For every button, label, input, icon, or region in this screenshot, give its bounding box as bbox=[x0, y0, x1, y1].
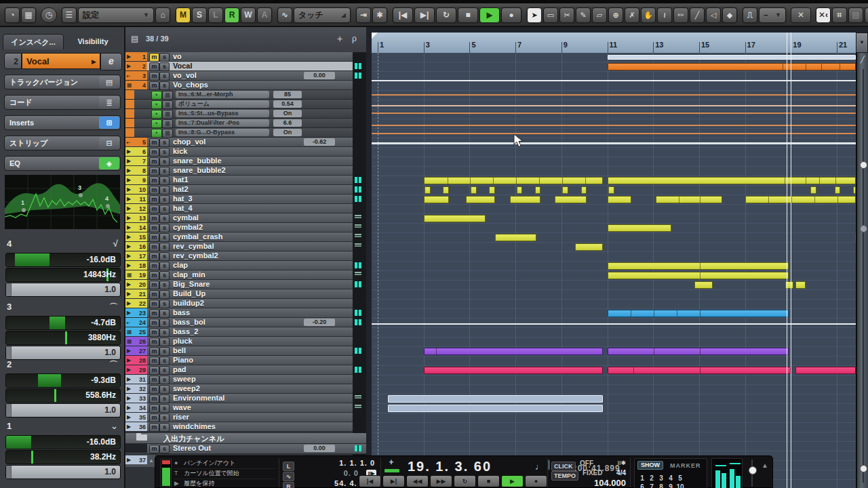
mute-button[interactable]: m bbox=[149, 347, 159, 356]
mute-button[interactable]: m bbox=[149, 423, 159, 432]
solo-button[interactable]: s bbox=[159, 176, 170, 185]
track-row-kick[interactable]: ▶6mskick bbox=[125, 147, 366, 157]
chords-icon[interactable]: ≣ bbox=[99, 96, 119, 108]
solo-button[interactable]: s bbox=[159, 319, 170, 327]
color-tool[interactable]: ◆ bbox=[722, 7, 737, 23]
track-row-37[interactable]: ▶37 ▲ bbox=[125, 455, 155, 467]
event-display[interactable] bbox=[372, 53, 856, 488]
mute-button[interactable]: m bbox=[149, 53, 159, 62]
vertical-zoom-knob[interactable] bbox=[860, 161, 867, 169]
track-value[interactable]: 0.00 bbox=[304, 445, 335, 452]
zoom-preset-icon[interactable]: ╱ bbox=[861, 56, 865, 63]
track-row-bass-bol[interactable]: ▸▫24msbass_bol-0.20 bbox=[125, 318, 366, 327]
mute-button[interactable]: m bbox=[149, 233, 159, 242]
automation-m-button[interactable]: M bbox=[176, 7, 191, 23]
track-row-snare-bubble[interactable]: ▶7mssnare_bubble bbox=[125, 157, 366, 166]
track-row-buildup2[interactable]: ▶22msbuildup2 bbox=[125, 299, 366, 308]
mute-button[interactable]: m bbox=[149, 214, 159, 223]
track-row-hat-3[interactable]: ▶11mshat_3 bbox=[125, 195, 366, 204]
goto-end-button[interactable]: ▶| bbox=[382, 475, 405, 487]
eq-band-2-freq[interactable]: 558.6Hz bbox=[5, 388, 121, 403]
lane-value[interactable]: 0.54 bbox=[273, 100, 302, 108]
mute-button[interactable]: m bbox=[149, 357, 159, 365]
track-row-vo[interactable]: ▶1msvo bbox=[125, 52, 366, 62]
inserts-icon[interactable]: ⊞ bbox=[99, 117, 119, 129]
tab-visibility[interactable]: Visibility bbox=[64, 34, 122, 49]
mute-button[interactable]: m bbox=[149, 271, 159, 280]
section-versions[interactable]: トラックバージョン▤ bbox=[4, 75, 121, 89]
mute-button[interactable]: m bbox=[149, 338, 159, 346]
solo-button[interactable]: s bbox=[159, 62, 170, 71]
event-pink[interactable] bbox=[608, 367, 791, 374]
solo-button[interactable]: s bbox=[159, 53, 170, 62]
mute-button[interactable]: m bbox=[149, 224, 159, 232]
track-row-hat1[interactable]: ▶9mshat1 bbox=[125, 176, 366, 185]
mute-button[interactable]: m bbox=[149, 205, 159, 214]
solo-button[interactable]: s bbox=[159, 233, 170, 242]
track-row-vocal[interactable]: ▶2msVocal bbox=[125, 62, 366, 71]
auto-punch-button[interactable]: ⇥ bbox=[356, 7, 371, 23]
marker-10-button[interactable]: 10 bbox=[675, 483, 685, 488]
split-tool[interactable]: ✂ bbox=[559, 7, 574, 23]
event-pink[interactable] bbox=[795, 367, 856, 374]
mute-button[interactable]: m bbox=[149, 81, 159, 90]
edit-channel-button[interactable]: e bbox=[100, 53, 122, 70]
stop-button[interactable]: ■ bbox=[477, 475, 500, 487]
strip-icon[interactable]: ⊟ bbox=[99, 137, 119, 149]
solo-button[interactable]: s bbox=[159, 167, 170, 176]
lane-read-button[interactable]: ▪ bbox=[151, 110, 162, 119]
solo-button[interactable]: s bbox=[159, 157, 170, 166]
solo-button[interactable]: s bbox=[159, 366, 170, 375]
event-yellow[interactable] bbox=[471, 186, 476, 194]
scroll-up-icon[interactable]: ▲ bbox=[149, 458, 154, 464]
section-inserts[interactable]: Inserts⊞ bbox=[4, 115, 121, 130]
solo-button[interactable]: s bbox=[159, 224, 170, 232]
record-button[interactable]: ● bbox=[501, 7, 521, 23]
lane-read-button[interactable]: ▪ bbox=[151, 129, 162, 138]
event-blue[interactable] bbox=[608, 310, 789, 317]
automation-panel-button[interactable]: ∿ bbox=[277, 7, 292, 23]
event-yellow[interactable] bbox=[810, 186, 816, 194]
automation-lane-row[interactable]: ▪|||Ins.:8:G...O-BypassOn bbox=[125, 128, 366, 138]
track-row-cymbal2[interactable]: ▶14mscymbal2 bbox=[125, 223, 366, 232]
q-handle[interactable] bbox=[6, 466, 12, 479]
mute-button[interactable]: m bbox=[149, 375, 159, 384]
event-yellow[interactable] bbox=[424, 215, 486, 222]
snap-events-button[interactable]: ▤ bbox=[848, 7, 863, 23]
solo-button[interactable]: s bbox=[159, 205, 170, 214]
timeline-ruler[interactable]: 13579111315171921 bbox=[372, 33, 856, 54]
mute-button[interactable]: m bbox=[149, 252, 159, 261]
event-yellow[interactable] bbox=[425, 186, 430, 194]
track-row-clap-min[interactable]: ▦19msclap_min bbox=[125, 270, 366, 280]
bottom-zoom-knob[interactable] bbox=[860, 465, 867, 472]
event-pale[interactable] bbox=[388, 405, 602, 412]
io-channels-row[interactable]: 入出力チャンネル bbox=[125, 433, 366, 444]
track-value[interactable]: -0.62 bbox=[304, 138, 335, 146]
solo-button[interactable]: s bbox=[159, 195, 170, 204]
erase-tool[interactable]: ✗ bbox=[625, 7, 639, 23]
output-volume-slider[interactable] bbox=[747, 458, 757, 488]
mute-button[interactable]: m bbox=[149, 366, 159, 375]
eq-band-2-gain[interactable]: -9.3dB bbox=[5, 373, 121, 388]
automation-l-button[interactable]: L bbox=[208, 7, 223, 23]
autoscroll-button[interactable]: ⎍ bbox=[743, 7, 757, 23]
mute-button[interactable]: m bbox=[149, 167, 159, 176]
home-button[interactable]: ⌂ bbox=[155, 7, 170, 23]
track-row-snare-bubble2[interactable]: ▶8mssnare_bubble2 bbox=[125, 166, 366, 176]
mute-button[interactable]: m bbox=[149, 445, 159, 453]
automation-lane-row[interactable]: ▪|||ボリューム0.54 bbox=[125, 100, 366, 109]
lane-param-icon[interactable]: ||| bbox=[162, 100, 173, 109]
versions-icon[interactable]: ▤ bbox=[99, 76, 119, 88]
marker-7-button[interactable]: 7 bbox=[647, 483, 656, 488]
solo-button[interactable]: s bbox=[159, 72, 170, 81]
punch-item-1[interactable]: Tカーソル位置で開始 bbox=[174, 469, 276, 479]
event-yellow[interactable] bbox=[608, 272, 789, 279]
tempo-mode-value[interactable]: FIXED bbox=[583, 469, 602, 476]
event-yellow[interactable] bbox=[443, 186, 448, 194]
mute-button[interactable]: m bbox=[149, 404, 159, 413]
tab-inspector[interactable]: インスペク... bbox=[3, 34, 64, 49]
event-yellow[interactable] bbox=[608, 186, 614, 194]
track-row-bass[interactable]: ▶23msbass bbox=[125, 308, 366, 318]
solo-button[interactable]: s bbox=[159, 186, 170, 195]
mute-button[interactable]: m bbox=[149, 328, 159, 337]
